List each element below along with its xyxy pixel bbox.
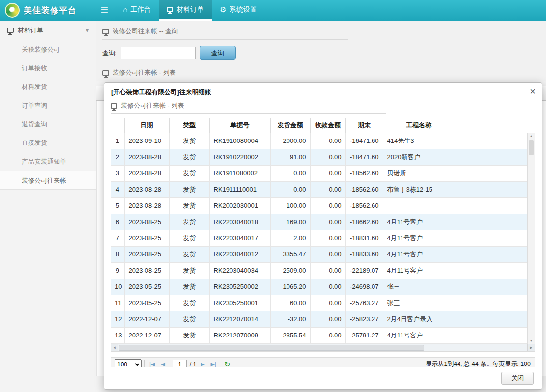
cell-docno: RK2203040034	[209, 262, 270, 279]
table-row[interactable]: 6 2023-08-25 发货 RK2203040018 169.00 0.00…	[111, 214, 527, 230]
table-row[interactable]: 7 2023-08-25 发货 RK2203040017 2.00 0.00 -…	[111, 230, 527, 246]
table-row[interactable]: 4 2023-08-28 发货 RK1911110001 0.00 0.00 -…	[111, 181, 527, 197]
modal-dialog: [开心装饰工程有限公司]往来明细账 × 装修公司往来帐 - 列表 日期	[104, 82, 542, 390]
cell-project: 4月11号客户	[383, 262, 455, 279]
top-header: 美佳装修平台 ☰ ⌂ 工作台 材料订单 ⚙ 系统设置	[0, 0, 546, 21]
cell-ship-amount: 2000.00	[270, 133, 310, 149]
cell-ship-amount: 1065.20	[270, 279, 310, 295]
table-row[interactable]: 8 2023-08-25 发货 RK2203040012 3355.47 0.0…	[111, 246, 527, 262]
horizontal-scrollbar[interactable]: ◀ ▶	[111, 344, 535, 352]
cell-recv-amount: 0.00	[310, 295, 345, 311]
cell-filler	[455, 165, 527, 181]
cell-date: 2023-08-28	[124, 149, 169, 165]
sidebar-item-direct-shipping[interactable]: 直接发货	[0, 134, 96, 152]
sidebar-item-order-query[interactable]: 订单查询	[0, 96, 96, 115]
close-button[interactable]: 关闭	[501, 372, 534, 385]
table-row[interactable]: 1 2023-09-10 发货 RK1910080004 2000.00 0.0…	[111, 133, 527, 149]
cell-rownum: 6	[111, 214, 124, 230]
sidebar-item-return-query[interactable]: 退货查询	[0, 115, 96, 134]
cell-date: 2023-08-25	[124, 230, 169, 246]
query-input[interactable]	[121, 47, 196, 59]
scroll-right-icon[interactable]: ▶	[527, 344, 535, 351]
column-header-docno[interactable]: 单据号	[209, 118, 270, 133]
cell-rownum: 5	[111, 197, 124, 214]
column-header-project[interactable]: 工程名称	[383, 118, 455, 133]
cell-filler	[455, 311, 527, 327]
nav-item-material-orders[interactable]: 材料订单	[159, 0, 212, 21]
cell-date: 2023-08-25	[124, 246, 169, 262]
sidebar-menu: 关联装修公司 订单接收 材料发货 订单查询 退货查询 直接发货 产品安装通知单 …	[0, 40, 96, 190]
query-button[interactable]: 查询	[200, 46, 236, 60]
sidebar-item-linked-companies[interactable]: 关联装修公司	[0, 40, 96, 59]
cell-docno: RK1911080002	[209, 165, 270, 181]
cell-project: 4月11号客户	[383, 246, 455, 262]
cell-docno: RK1910080004	[209, 133, 270, 149]
cell-recv-amount: 0.00	[310, 327, 345, 343]
column-header-recv-amount[interactable]: 收款金额	[310, 118, 345, 133]
sidebar-item-install-notice[interactable]: 产品安装通知单	[0, 152, 96, 171]
table-row[interactable]: 9 2023-08-25 发货 RK2203040034 2509.00 0.0…	[111, 262, 527, 279]
query-panel: 装修公司往来帐 -- 查询 查询: 查询 装修公司往来帐 - 列表	[96, 21, 546, 81]
horizontal-scroll-thumb[interactable]	[119, 345, 424, 351]
cell-ship-amount: -2355.54	[270, 327, 310, 343]
cell-recv-amount: 0.00	[310, 262, 345, 279]
cell-recv-amount: 0.00	[310, 197, 345, 214]
column-header-date[interactable]: 日期	[124, 118, 169, 133]
cell-ending: -25763.27	[345, 295, 383, 311]
cell-filler	[455, 327, 527, 343]
table-row[interactable]: 13 2022-12-07 发货 RK2212070009 -2355.54 0…	[111, 327, 527, 343]
cell-project: 张三	[383, 295, 455, 311]
section-title-list: 装修公司往来帐 - 列表	[102, 66, 348, 81]
nav-item-workbench[interactable]: ⌂ 工作台	[115, 0, 159, 21]
hamburger-menu-icon[interactable]: ☰	[93, 0, 115, 21]
column-header-ending[interactable]: 期末	[345, 118, 383, 133]
cell-docno: RK2002030001	[209, 197, 270, 214]
sidebar-item-company-accounts[interactable]: 装修公司往来帐	[0, 171, 96, 190]
nav-label: 材料订单	[176, 5, 204, 14]
gear-icon: ⚙	[220, 6, 226, 13]
scroll-up-icon[interactable]: ▲	[528, 134, 535, 138]
sidebar-header[interactable]: 材料订单 ▾	[0, 21, 96, 40]
column-header-type[interactable]: 类型	[169, 118, 209, 133]
sidebar-item-order-receive[interactable]: 订单接收	[0, 59, 96, 78]
cell-type: 发货	[169, 327, 209, 343]
cell-ending: -18471.60	[345, 149, 383, 165]
cell-docno: RK2212070009	[209, 327, 270, 343]
cell-ending: -18562.60	[345, 181, 383, 197]
query-row: 查询: 查询	[102, 40, 540, 66]
detail-table-head: 日期 类型 单据号 发货金额 收款金额 期末 工程名称	[111, 118, 527, 133]
cell-rownum: 2	[111, 149, 124, 165]
app-root: 美佳装修平台 ☰ ⌂ 工作台 材料订单 ⚙ 系统设置 材料订单 ▾	[0, 0, 546, 392]
table-row[interactable]: 5 2023-08-28 发货 RK2002030001 100.00 0.00…	[111, 197, 527, 214]
vertical-scroll-thumb[interactable]	[529, 140, 534, 155]
table-row[interactable]: 11 2023-05-25 发货 RK2305250001 60.00 0.00…	[111, 295, 527, 311]
cell-docno: RK2305250001	[209, 295, 270, 311]
column-header-rownum	[111, 118, 124, 133]
scroll-left-icon[interactable]: ◀	[111, 344, 118, 351]
table-row[interactable]: 3 2023-08-28 发货 RK1911080002 0.00 0.00 -…	[111, 165, 527, 181]
sidebar-item-material-shipping[interactable]: 材料发货	[0, 78, 96, 96]
query-label: 查询:	[102, 49, 117, 57]
close-icon[interactable]: ×	[530, 86, 536, 96]
nav-item-system-settings[interactable]: ⚙ 系统设置	[212, 0, 264, 21]
cell-type: 发货	[169, 230, 209, 246]
sidebar-title: 材料订单	[18, 26, 43, 35]
column-header-ship-amount[interactable]: 发货金额	[270, 118, 310, 133]
cell-recv-amount: 0.00	[310, 181, 345, 197]
modal-footer: 关闭	[104, 367, 542, 389]
cell-rownum: 11	[111, 295, 124, 311]
monitor-icon	[102, 70, 109, 76]
monitor-icon	[7, 28, 14, 33]
cell-rownum: 4	[111, 181, 124, 197]
table-row[interactable]: 12 2022-12-07 发货 RK2212070014 -32.00 0.0…	[111, 311, 527, 327]
cell-ending: -18562.60	[345, 197, 383, 214]
cell-ending: -16471.60	[345, 133, 383, 149]
vertical-scrollbar[interactable]: ▲ ▼	[527, 133, 535, 344]
scroll-down-icon[interactable]: ▼	[528, 339, 535, 342]
cell-filler	[455, 279, 527, 295]
detail-table-body: 1 2023-09-10 发货 RK1910080004 2000.00 0.0…	[111, 133, 527, 343]
cell-date: 2023-08-25	[124, 214, 169, 230]
table-row[interactable]: 10 2023-05-25 发货 RK2305250002 1065.20 0.…	[111, 279, 527, 295]
cell-recv-amount: 0.00	[310, 214, 345, 230]
table-row[interactable]: 2 2023-08-28 发货 RK1910220002 91.00 0.00 …	[111, 149, 527, 165]
